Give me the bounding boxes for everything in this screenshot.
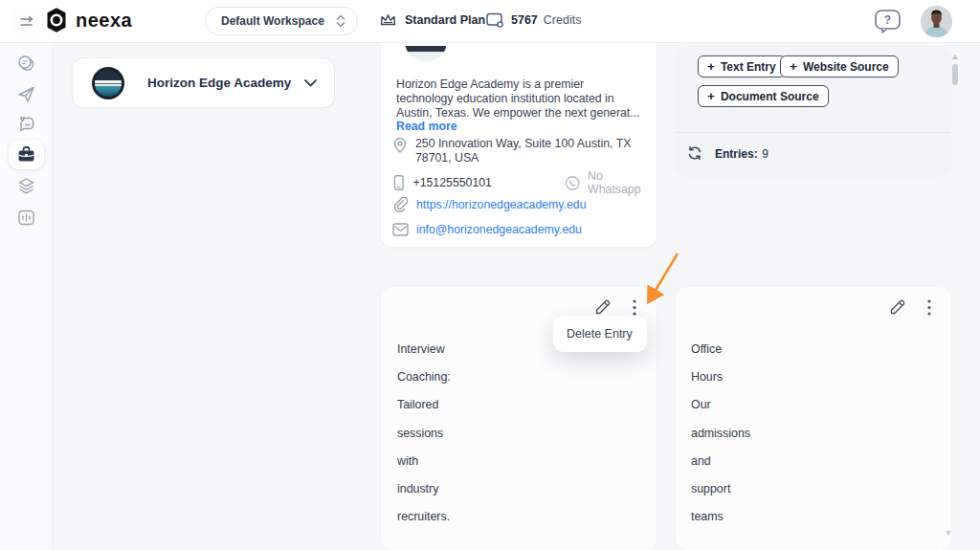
refresh-icon[interactable]	[687, 145, 702, 161]
entry-word: industry	[397, 475, 451, 503]
entry-word: Our	[691, 391, 750, 419]
entry-word: Interview	[397, 336, 451, 363]
email-link[interactable]: info@horizonedgeacademy.edu	[416, 223, 582, 236]
brand-name: neexa	[76, 10, 132, 32]
entry-context-menu: Delete Entry	[553, 316, 647, 352]
chevron-updown-icon	[336, 14, 345, 28]
top-header: neexa Default Workspace Standard Plan 57…	[0, 0, 980, 43]
entry-menu-button[interactable]	[625, 297, 644, 317]
entry-word: support	[691, 475, 750, 503]
button-label: Text Entry	[721, 60, 776, 74]
sidebar-item-campaigns[interactable]	[9, 79, 44, 109]
entry-word: Hours	[691, 363, 750, 391]
neexa-logo-icon	[44, 8, 69, 33]
button-label: Document Source	[721, 90, 819, 103]
question-bubble-icon: ?	[875, 10, 901, 33]
website-link[interactable]: https://horizonedgeacademy.edu	[416, 198, 587, 211]
add-text-entry-button[interactable]: + Text Entry	[698, 55, 786, 77]
whatsapp-icon	[565, 175, 580, 191]
conversations-icon	[16, 54, 36, 74]
entry-word: with	[397, 448, 451, 475]
entry-text: Interview Coaching: Tailored sessions wi…	[397, 336, 451, 531]
business-description: Horizon Edge Academy is a premier techno…	[396, 77, 643, 134]
sidebar-item-business[interactable]	[9, 140, 44, 169]
sidebar-item-sources[interactable]	[9, 171, 44, 201]
entry-word: recruiters.	[397, 503, 451, 531]
analytics-icon	[16, 208, 36, 228]
whatsapp-status: No Whatsapp	[588, 169, 657, 196]
briefcase-icon	[16, 144, 36, 165]
entry-word: Coaching:	[397, 363, 451, 391]
entry-card-office-hours: Office Hours Our admissions and support …	[676, 287, 951, 550]
kebab-menu-icon	[633, 299, 636, 316]
avatar-photo	[921, 6, 952, 37]
workspace-select-value: Default Workspace	[221, 14, 324, 28]
business-name: Horizon Edge Academy	[147, 76, 304, 90]
collapse-icon	[18, 13, 37, 31]
business-selector-card[interactable]: Horizon Edge Academy	[72, 57, 335, 108]
paper-plane-icon	[16, 84, 36, 104]
entries-status-row: Entries: 9	[687, 144, 768, 162]
address-text: 250 Innovation Way, Suite 100 Austin, TX…	[415, 137, 651, 165]
email-row: info@horizonedgeacademy.edu	[392, 223, 582, 236]
wallet-icon	[484, 11, 505, 30]
leads-icon	[16, 114, 36, 134]
entry-word: admissions	[691, 420, 750, 448]
website-row: https://horizonedgeacademy.edu	[392, 196, 587, 212]
credits-badge: 5767 Credits	[484, 11, 581, 30]
address-row: 250 Innovation Way, Suite 100 Austin, TX…	[392, 137, 651, 165]
pencil-icon	[594, 298, 612, 316]
crown-icon	[378, 11, 398, 30]
button-label: Website Source	[803, 60, 889, 74]
location-pin-icon	[392, 137, 408, 154]
business-profile-card: Horizon Edge Academy is a premier techno…	[381, 43, 657, 247]
phone-row: +15125550101 No Whatsapp	[392, 169, 657, 196]
chevron-down-icon[interactable]	[304, 79, 317, 87]
panel-divider	[676, 132, 951, 133]
entry-text: Office Hours Our admissions and support …	[691, 336, 750, 531]
layers-icon	[16, 176, 36, 196]
sidebar-item-leads[interactable]	[9, 109, 44, 139]
paperclip-icon	[392, 196, 409, 212]
add-website-source-button[interactable]: + Website Source	[780, 55, 899, 77]
plus-icon: +	[790, 59, 797, 74]
scrollbar-down-arrow[interactable]	[946, 531, 951, 536]
plan-badge: Standard Plan	[378, 11, 485, 30]
workspace-select[interactable]: Default Workspace	[205, 7, 358, 35]
credits-label: Credits	[544, 13, 582, 27]
edit-entry-button[interactable]	[888, 297, 907, 317]
credits-value: 5767	[511, 13, 538, 27]
entry-menu-button[interactable]	[920, 297, 939, 317]
entries-label: Entries:	[715, 147, 758, 161]
phone-number: +15125550101	[413, 176, 492, 189]
plan-label: Standard Plan	[405, 13, 485, 27]
help-button[interactable]: ?	[875, 10, 901, 33]
envelope-icon	[392, 223, 409, 236]
add-document-source-button[interactable]: + Document Source	[698, 85, 829, 107]
icon-sidebar	[0, 43, 53, 550]
description-text: Horizon Edge Academy is a premier techno…	[396, 77, 640, 120]
edit-entry-button[interactable]	[593, 297, 612, 317]
kebab-menu-icon	[927, 299, 931, 316]
scrollbar-thumb[interactable]	[952, 64, 958, 85]
sources-panel: + Text Entry + Website Source + Document…	[676, 46, 951, 177]
plus-icon: +	[707, 89, 715, 103]
sidebar-item-analytics[interactable]	[9, 203, 44, 232]
sidebar-collapse-button[interactable]	[13, 9, 42, 34]
entry-word: sessions	[397, 420, 451, 448]
brand-logo: neexa	[44, 8, 132, 33]
svg-text:?: ?	[884, 13, 891, 27]
entry-word: and	[691, 448, 750, 475]
entry-word: Office	[691, 336, 750, 363]
entry-word: teams	[691, 503, 750, 531]
profile-logo-partial	[405, 43, 447, 62]
read-more-link[interactable]: Read more	[396, 120, 457, 133]
pencil-icon	[889, 298, 906, 316]
scrollbar-up-arrow[interactable]	[952, 55, 958, 59]
user-avatar[interactable]	[921, 6, 952, 37]
plus-icon: +	[707, 59, 715, 74]
business-logo	[92, 67, 124, 99]
delete-entry-menu-item[interactable]: Delete Entry	[567, 327, 633, 341]
sidebar-item-conversations[interactable]	[9, 49, 44, 78]
entries-count: 9	[762, 147, 768, 161]
